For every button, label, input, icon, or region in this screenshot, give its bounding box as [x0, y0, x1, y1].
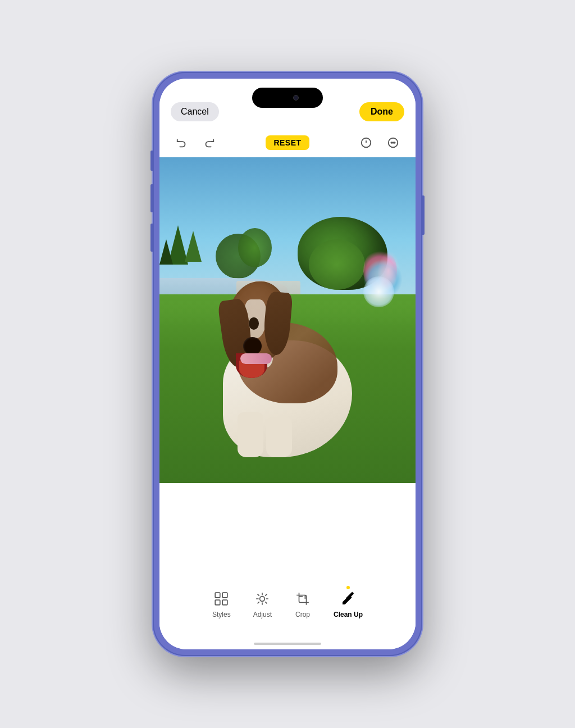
more-button[interactable] — [384, 134, 402, 152]
dynamic-island — [252, 88, 323, 108]
dog-collar — [240, 353, 272, 364]
tree-mid-2 — [238, 228, 272, 267]
phone-screen: Cancel Done RESET — [159, 79, 416, 649]
tree-pine-3 — [159, 239, 173, 265]
tool-styles[interactable]: Styles — [201, 586, 242, 623]
redo-button[interactable] — [200, 134, 218, 152]
active-indicator — [346, 586, 350, 589]
volume-up-button[interactable] — [150, 184, 153, 212]
phone-frame: Cancel Done RESET — [153, 72, 422, 656]
svg-point-11 — [260, 597, 265, 602]
dog-leg-front-left — [238, 412, 263, 457]
svg-line-19 — [266, 594, 267, 596]
tree-pine-2 — [185, 231, 202, 262]
styles-icon — [213, 590, 230, 607]
dog-nose — [243, 337, 262, 355]
volume-down-button[interactable] — [150, 224, 153, 252]
toolbar-left — [173, 134, 218, 152]
svg-rect-7 — [215, 593, 220, 598]
bottom-toolbar: Styles Adjust — [159, 576, 416, 633]
cancel-button[interactable]: Cancel — [171, 102, 219, 121]
adjust-icon — [254, 590, 271, 607]
crop-label: Crop — [295, 611, 310, 618]
tool-crop[interactable]: Crop — [283, 586, 322, 623]
silent-button[interactable] — [150, 151, 153, 171]
dog-leg-front-right — [266, 417, 292, 457]
svg-point-6 — [394, 142, 395, 143]
svg-rect-9 — [215, 600, 220, 605]
cleanup-label: Clean Up — [334, 611, 363, 618]
dog-eye — [249, 317, 259, 330]
dog-container — [216, 278, 359, 457]
svg-rect-8 — [222, 593, 227, 598]
cleanup-brush-overlay — [346, 248, 403, 321]
toolbar-right — [357, 134, 402, 152]
undo-button[interactable] — [173, 134, 191, 152]
svg-line-18 — [258, 602, 259, 603]
svg-line-15 — [266, 602, 267, 603]
edit-toolbar: RESET — [159, 128, 416, 157]
cleanup-icon — [340, 590, 357, 607]
svg-line-14 — [258, 594, 259, 596]
power-button[interactable] — [422, 195, 425, 235]
crop-icon — [294, 590, 311, 607]
tool-adjust[interactable]: Adjust — [242, 586, 283, 623]
done-button[interactable]: Done — [359, 102, 404, 121]
reset-button[interactable]: RESET — [266, 135, 309, 150]
adjust-label: Adjust — [253, 611, 272, 618]
photo-scene — [159, 157, 416, 483]
photo-canvas[interactable] — [159, 157, 416, 483]
svg-rect-10 — [222, 600, 227, 605]
tool-cleanup[interactable]: Clean Up — [322, 586, 374, 623]
home-indicator[interactable] — [254, 643, 321, 645]
front-camera — [293, 95, 299, 101]
svg-point-5 — [393, 142, 394, 143]
styles-label: Styles — [212, 611, 231, 618]
svg-point-4 — [391, 142, 392, 143]
markup-button[interactable] — [357, 134, 375, 152]
